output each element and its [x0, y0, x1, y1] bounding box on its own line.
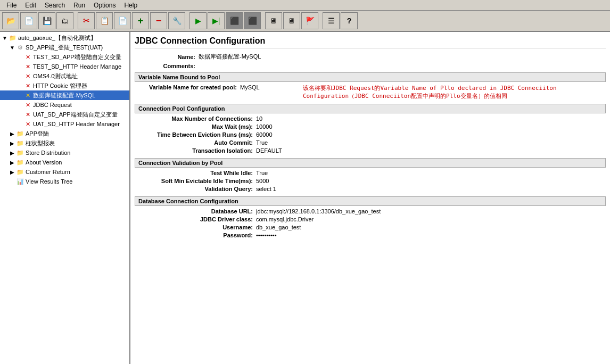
panel-title: JDBC Connection Configuration — [135, 36, 606, 48]
section-database-connection: Database Connection Configuration — [135, 196, 606, 206]
main-layout: ▼ 📁 auto_gaoxue_【自动化测试】 ▼ ⚙ SD_APP端_登陆_T… — [0, 32, 610, 364]
script-icon-2: ✕ — [23, 62, 32, 71]
val-label-1: Soft Min Evictable Idle Time(ms): — [139, 178, 256, 184]
pool-value-2: 60000 — [256, 131, 606, 138]
tree-label-customer-return: Customer Return — [26, 169, 70, 175]
add-button[interactable]: + — [132, 12, 149, 29]
tree-item-test-sd-app[interactable]: ✕ TEST_SD_APP端登陆自定义变量 — [0, 52, 129, 62]
tree-item-sd-app[interactable]: ▼ ⚙ SD_APP端_登陆_TEST(UAT) — [0, 43, 129, 52]
script-icon-1: ✕ — [23, 53, 32, 61]
flag-button[interactable]: 🚩 — [301, 12, 318, 29]
tree-item-store-dist[interactable]: ▶ 📁 Store Distribution — [0, 148, 129, 158]
validation-fields: Test While Idle: True Soft Min Evictable… — [139, 170, 606, 192]
menu-file[interactable]: File — [2, 1, 21, 10]
run-no-pause-button[interactable]: ▶| — [208, 12, 225, 29]
tree-root: ▼ 📁 auto_gaoxue_【自动化测试】 ▼ ⚙ SD_APP端_登陆_T… — [0, 32, 129, 187]
results-icon: 📊 — [16, 177, 24, 186]
tree-panel: ▼ 📁 auto_gaoxue_【自动化测试】 ▼ ⚙ SD_APP端_登陆_T… — [0, 32, 130, 364]
variable-name-row: Variable Name for created pool: MySQL 该名… — [139, 84, 606, 101]
help-button[interactable]: ? — [341, 12, 358, 29]
cut-button[interactable]: ✂ — [78, 12, 95, 29]
tree-item-jdbc-request[interactable]: ✕ JDBC Request — [0, 100, 129, 110]
expand-icon-sdapp: ▼ — [9, 45, 16, 51]
folder-icon: 📁 — [9, 34, 17, 42]
remote-button[interactable]: ⬛ — [244, 12, 261, 29]
db-label-0: Database URL: — [139, 208, 256, 214]
save-all-button[interactable]: 🗂 — [56, 12, 73, 29]
script-icon-3: ✕ — [23, 72, 32, 80]
templates-button[interactable]: 📄 — [20, 12, 37, 29]
folder-icon-about: 📁 — [16, 158, 24, 167]
menu-run[interactable]: Run — [69, 1, 89, 10]
comments-label: Comments: — [135, 63, 199, 69]
tree-item-root[interactable]: ▼ 📁 auto_gaoxue_【自动化测试】 — [0, 33, 129, 43]
script-icon-7: ✕ — [23, 120, 32, 128]
remove-button[interactable]: − — [150, 12, 167, 29]
monitor2-button[interactable]: 🖥 — [283, 12, 300, 29]
db-label-3: Password: — [139, 232, 256, 238]
stop-button[interactable]: ⬛ — [226, 12, 243, 29]
expand-icon-app: ▶ — [9, 131, 16, 137]
db-value-2: db_xue_gao_test — [256, 224, 606, 230]
pool-value-3: True — [256, 139, 606, 146]
pool-label-3: Auto Commit: — [139, 139, 256, 146]
section-connection-validation: Connection Validation by Pool — [135, 158, 606, 168]
monitor-button[interactable]: 🖥 — [265, 12, 282, 29]
val-label-2: Validation Query: — [139, 186, 256, 192]
tree-item-test-sd-http[interactable]: ✕ TEST_SD_HTTP Header Manage — [0, 62, 129, 71]
tree-item-uat-sd-http[interactable]: ✕ UAT_SD_HTTP Header Manager — [0, 119, 129, 129]
copy-button[interactable]: 📋 — [96, 12, 113, 29]
pool-label-0: Max Number of Connections: — [139, 115, 256, 122]
val-label-0: Test While Idle: — [139, 170, 256, 176]
tree-label-root: auto_gaoxue_【自动化测试】 — [18, 34, 96, 42]
tree-item-http-cookie[interactable]: ✕ HTTP Cookie 管理器 — [0, 81, 129, 90]
db-icon: ✕ — [23, 91, 32, 100]
tree-label-jdbc-request: JDBC Request — [33, 102, 72, 108]
db-value-0: jdbc:mysql://192.168.0.1:3306/db_xue_gao… — [256, 208, 606, 214]
val-value-0: True — [256, 170, 606, 176]
tree-label-test-sd-app: TEST_SD_APP端登陆自定义变量 — [33, 53, 121, 61]
menu-help[interactable]: Help — [120, 1, 142, 10]
db-label-1: JDBC Driver class: — [139, 216, 256, 222]
tree-label-http-cookie: HTTP Cookie 管理器 — [33, 82, 87, 90]
db-value-3: •••••••••• — [256, 232, 606, 238]
tree-label-uat-sd-http: UAT_SD_HTTP Header Manager — [33, 121, 120, 127]
variable-name-label: Variable Name for created pool: — [139, 84, 240, 90]
folder-icon-store: 📁 — [16, 148, 24, 157]
variable-name-inner: Variable Name for created pool: MySQL — [139, 84, 299, 90]
expand-icon-bar: ▶ — [9, 140, 16, 146]
folder-icon-customer: 📁 — [16, 168, 24, 176]
tree-label-bar-chart: 柱状型报表 — [26, 139, 55, 147]
tree-item-about-version[interactable]: ▶ 📁 About Version — [0, 158, 129, 167]
tree-item-uat-sd-app[interactable]: ✕ UAT_SD_APP端登陆自定义变量 — [0, 110, 129, 119]
tree-label-view-results: View Results Tree — [26, 178, 72, 185]
tree-item-jdbc-config[interactable]: ✕ 数据库链接配置-MySQL — [0, 90, 129, 100]
tree-item-app-login[interactable]: ▶ 📁 APP登陆 — [0, 129, 129, 138]
tree-label-test-sd-http: TEST_SD_HTTP Header Manage — [33, 63, 121, 70]
folder-icon-app: 📁 — [16, 129, 24, 138]
tree-label-oms40: OMS4.0测试地址 — [33, 72, 78, 80]
tree-label-uat-sd-app: UAT_SD_APP端登陆自定义变量 — [33, 111, 118, 119]
menu-search[interactable]: Search — [40, 1, 69, 10]
tree-label-sd-app: SD_APP端_登陆_TEST(UAT) — [26, 44, 103, 52]
tree-item-customer-return[interactable]: ▶ 📁 Customer Return — [0, 167, 129, 177]
tree-item-oms40[interactable]: ✕ OMS4.0测试地址 — [0, 71, 129, 81]
folder-icon-sdapp: ⚙ — [16, 43, 24, 52]
section-connection-pool: Connection Pool Configuration — [135, 104, 606, 113]
menu-options[interactable]: Options — [89, 1, 120, 10]
save-button[interactable]: 💾 — [38, 12, 55, 29]
menu-edit[interactable]: Edit — [21, 1, 40, 10]
run-button[interactable]: ▶ — [189, 12, 207, 29]
tree-item-bar-chart[interactable]: ▶ 📁 柱状型报表 — [0, 138, 129, 148]
tree-item-view-results[interactable]: 📊 View Results Tree — [0, 177, 129, 186]
val-value-1: 5000 — [256, 178, 606, 184]
variable-name-value: MySQL — [240, 84, 260, 90]
expand-icon: ▼ — [1, 35, 9, 41]
section-variable-name: Variable Name Bound to Pool — [135, 72, 606, 82]
pool-label-1: Max Wait (ms): — [139, 123, 256, 130]
tools-button[interactable]: 🔧 — [168, 12, 185, 29]
paste-button[interactable]: 📄 — [114, 12, 131, 29]
db-label-2: Username: — [139, 224, 256, 230]
list-button[interactable]: ☰ — [323, 12, 340, 29]
open-button[interactable]: 📂 — [2, 12, 19, 29]
